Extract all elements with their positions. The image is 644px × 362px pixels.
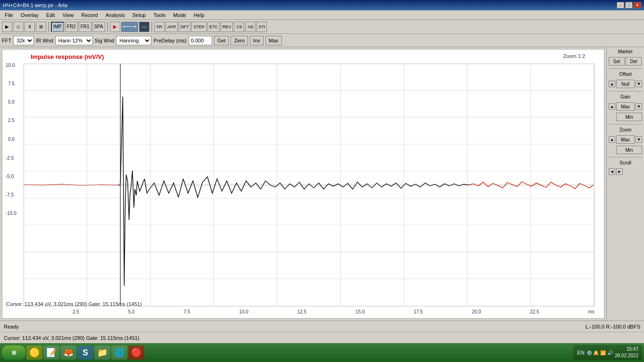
zoom-down-arrow[interactable]: ▼ (636, 136, 642, 143)
gain-min-button[interactable]: Min (616, 113, 642, 121)
play-red-button[interactable]: ▶ (110, 22, 120, 32)
taskbar-app-folder[interactable]: 📁 (94, 346, 110, 360)
gain-max-button[interactable]: Max (616, 102, 635, 111)
fft-label: FFT (2, 38, 11, 43)
imp-button[interactable]: IMP (51, 22, 64, 32)
zoom-max-button[interactable]: Max (616, 135, 635, 144)
divider1 (609, 68, 642, 69)
rev-button[interactable]: REV (221, 22, 233, 32)
zoom-arrows: ▲ Max ▼ (609, 135, 642, 144)
offset-label: Offset (609, 72, 642, 77)
spa-button[interactable]: SPA (92, 22, 105, 32)
grid-button[interactable]: ⊞ (36, 22, 46, 32)
step-icon-button[interactable]: STEP (191, 22, 206, 32)
del-button[interactable]: Del (626, 57, 642, 66)
scroll-label: Scroll (609, 160, 642, 165)
chart-svg[interactable] (24, 64, 594, 306)
cursor-info: Cursor: 113.434 uV, 3.021ms (290) Gate: … (6, 301, 142, 307)
fr1-button[interactable]: FR1 (79, 22, 91, 32)
menu-analysis[interactable]: Analysis (102, 10, 129, 19)
gain-min-row: Min (609, 113, 642, 121)
right-panel: Marker Set Del Offset ▲ Null ▼ Gain ▲ Ma… (606, 47, 644, 321)
predelay-label: PreDelay (ms) (153, 38, 186, 43)
offset-arrows: ▲ Null ▼ (609, 80, 642, 88)
titlebar-controls: − □ ✕ (617, 2, 641, 8)
sig-wnd-select[interactable]: HanningHammingBlackman (116, 36, 151, 45)
sep2 (107, 22, 108, 32)
sep1 (48, 22, 49, 32)
afr-icon-button[interactable]: AFR (165, 22, 178, 32)
menu-setup[interactable]: Setup (129, 10, 150, 19)
menu-help[interactable]: Help (190, 10, 208, 19)
menu-overlay[interactable]: Overlay (17, 10, 42, 19)
taskbar-app-notepad[interactable]: 📝 (43, 346, 59, 360)
tray-time: 15:47 28.02.2022 (615, 346, 638, 359)
c6-button[interactable]: C6 (234, 22, 244, 32)
scroll-right-arrow[interactable]: ► (616, 168, 623, 175)
gain-arrows: ▲ Max ▼ (609, 102, 642, 111)
close-button[interactable]: ✕ (634, 2, 641, 8)
tray-icons: ⚙️ 🔔 📶 🔊 (586, 350, 613, 355)
chart-title: Impulse response (mV/V) (31, 53, 104, 60)
ad-button[interactable]: AD (245, 22, 256, 32)
taskbar-app-chrome[interactable]: 🌐 (111, 346, 127, 360)
gain-down-arrow[interactable]: ▼ (636, 103, 642, 110)
ir-wnd-select[interactable]: Hann 12%Hann 25%Blackman (55, 36, 93, 45)
taskbar-app-firefox[interactable]: 🦊 (60, 346, 76, 360)
taskbar-app-red[interactable]: 🔴 (128, 346, 144, 360)
offset-up-arrow[interactable]: ▲ (609, 81, 615, 87)
date-display: 28.02.2022 (615, 353, 638, 359)
zoom-min-button[interactable]: Min (616, 146, 642, 154)
menu-record[interactable]: Record (77, 10, 101, 19)
menu-view[interactable]: View (59, 10, 78, 19)
titlebar: НЧ+С4+В4 1 метр.pir - Arta − □ ✕ (0, 0, 644, 10)
dft-icon-button[interactable]: DFT (179, 22, 191, 32)
etc-button[interactable]: ETC (207, 22, 220, 32)
menu-edit[interactable]: Edit (42, 10, 59, 19)
sep3 (151, 22, 152, 32)
play-button[interactable]: ▶ (2, 22, 12, 32)
fft-select[interactable]: 32k4k8k16k64k (13, 36, 34, 45)
set-button[interactable]: Set (609, 57, 625, 66)
taskbar-app-s[interactable]: S (77, 346, 93, 360)
zero-button[interactable]: Zero (231, 36, 248, 45)
pause-button[interactable]: ⏸ (25, 22, 35, 32)
divider3 (609, 124, 642, 124)
bar-button[interactable]: — (139, 22, 149, 32)
chart-panel: Impulse response (mV/V) Zoom 1:2 ARTA (2, 49, 604, 319)
x-axis: 2.5 5.0 7.5 10.0 12.5 15.0 17.5 20.0 22.… (24, 309, 594, 314)
menu-file[interactable]: File (1, 10, 17, 19)
sti-button[interactable]: STI (256, 22, 267, 32)
cursor-bar-text: Cursor: 113.434 uV, 3.021ms (290) Gate: … (4, 335, 140, 341)
zoom-min-row: Min (609, 146, 642, 154)
cursor-bar: Cursor: 113.434 uV, 3.021ms (290) Gate: … (0, 332, 644, 343)
shape-button[interactable]: ◇ (13, 22, 24, 32)
zoom-section-label: Zoom (609, 127, 642, 132)
taskbar: ⊞ 🟡 📝 🦊 S 📁 🌐 🔴 EN ⚙️ 🔔 📶 🔊 15:47 28.02.… (0, 343, 644, 362)
arrows-button[interactable]: ⟵⟶ (121, 22, 138, 32)
scroll-left-arrow[interactable]: ◄ (609, 168, 615, 175)
menu-mode[interactable]: Mode (169, 10, 190, 19)
get-button[interactable]: Get (214, 36, 229, 45)
fr2-button[interactable]: FR2 (65, 22, 78, 32)
minimize-button[interactable]: − (617, 2, 624, 8)
gain-label: Gain (609, 94, 642, 99)
divider4 (609, 157, 642, 157)
maximize-button[interactable]: □ (625, 2, 633, 8)
gain-up-arrow[interactable]: ▲ (609, 103, 615, 110)
scroll-row: ◄ ► (609, 168, 642, 175)
zoom-up-arrow[interactable]: ▲ (609, 136, 615, 143)
null-button[interactable]: Null (616, 80, 635, 88)
start-button[interactable]: ⊞ (2, 346, 25, 360)
max-button[interactable]: Max (265, 36, 282, 45)
chart-zoom: Zoom 1:2 (563, 53, 585, 59)
predelay-input[interactable] (189, 36, 212, 45)
inv-button[interactable]: Inv (250, 36, 264, 45)
menu-tools[interactable]: Tools (149, 10, 169, 19)
fr-icon-button[interactable]: FR (154, 22, 165, 32)
taskbar-tray: EN ⚙️ 🔔 📶 🔊 15:47 28.02.2022 (573, 345, 642, 360)
taskbar-app-torrent[interactable]: 🟡 (26, 346, 42, 360)
offset-down-arrow[interactable]: ▼ (636, 81, 642, 87)
statusbar: Ready L:-100.0 R:-100.0 dBFS (0, 321, 644, 332)
marker-label: Marker (609, 49, 642, 54)
